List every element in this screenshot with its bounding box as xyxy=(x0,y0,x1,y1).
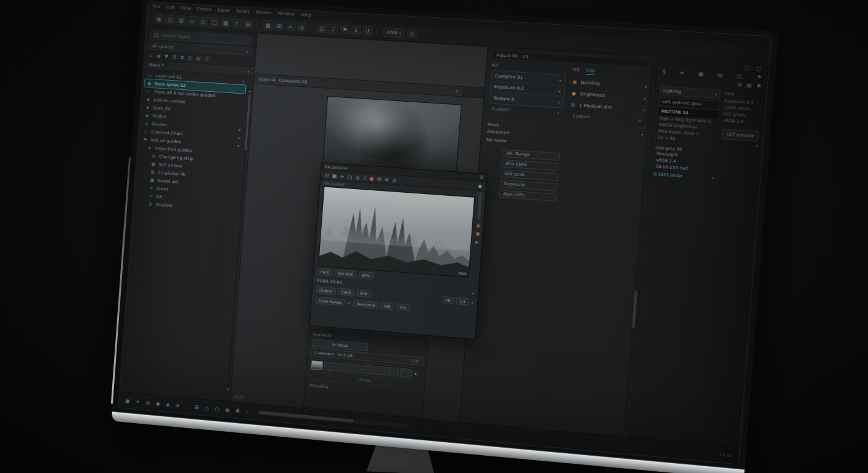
mode-tab[interactable]: MB xyxy=(572,67,579,74)
menu-item[interactable]: Edit xyxy=(166,5,174,10)
menu-item[interactable]: Render xyxy=(255,10,271,16)
home-icon[interactable]: ⌂ xyxy=(150,53,154,59)
grid-icon[interactable]: ⊞ xyxy=(274,21,284,31)
field-chip[interactable]: Alta piste xyxy=(501,160,559,171)
list-teal-icon[interactable]: ≣ xyxy=(179,55,184,60)
list2-icon[interactable]: ≣ xyxy=(737,82,742,88)
lock-icon[interactable]: ▪ xyxy=(475,240,480,245)
menu-icon[interactable]: ☰ xyxy=(204,56,209,62)
cube-icon[interactable]: ◇ xyxy=(205,405,210,411)
gear-icon[interactable]: ✱ xyxy=(235,407,240,414)
power-icon[interactable]: ◎ xyxy=(297,22,306,32)
swatch-alt-icon[interactable]: ▣ xyxy=(475,232,480,237)
resolution-chip[interactable]: 1:1 xyxy=(456,297,469,305)
undo-icon[interactable]: ↺ xyxy=(362,26,373,36)
search-input[interactable] xyxy=(161,33,248,42)
menu-item[interactable]: Layer xyxy=(218,7,230,13)
filmstrip-thumbnail[interactable] xyxy=(362,365,374,374)
scroll-up-icon[interactable]: ▲ xyxy=(248,89,252,92)
search-icon[interactable]: ○ xyxy=(744,65,750,71)
layers-icon[interactable]: ≡ xyxy=(340,173,345,179)
save-icon[interactable]: ⊞ xyxy=(243,19,253,29)
filmstrip-thumbnail[interactable] xyxy=(387,367,399,377)
field-chip[interactable]: Get scan xyxy=(501,169,559,181)
filmstrip-thumbnail[interactable] xyxy=(324,362,336,371)
pin-icon[interactable]: ◆ xyxy=(478,183,482,189)
menu-item[interactable]: Select xyxy=(235,9,249,14)
record-icon[interactable]: ● xyxy=(369,176,374,182)
export-icon[interactable]: ↑ xyxy=(232,18,242,28)
user-icon[interactable]: ◉ xyxy=(154,14,164,24)
table2-icon[interactable]: ▦ xyxy=(747,82,752,88)
table-icon[interactable]: ▦ xyxy=(263,20,273,30)
rows-icon[interactable]: ▤ xyxy=(196,55,201,61)
format-dropdown[interactable]: DNG ▾ xyxy=(383,27,405,37)
grid-icon[interactable]: ⊞ xyxy=(377,176,382,182)
chevron-down-icon[interactable]: ▾ xyxy=(471,300,473,304)
spark-icon[interactable]: ✦ xyxy=(136,398,141,405)
color-range-chip[interactable]: Color Range xyxy=(315,297,345,306)
zoom-out-icon[interactable]: ⊖ xyxy=(392,177,397,183)
field-chip[interactable]: Alt. Range xyxy=(502,149,560,161)
menu-item[interactable]: File xyxy=(153,4,160,9)
preview-scrollbar[interactable] xyxy=(477,194,482,219)
menu-item[interactable]: View xyxy=(181,6,191,11)
filmstrip-thumbnail[interactable] xyxy=(349,364,361,374)
chevron-down-icon[interactable]: ▾ xyxy=(721,141,758,148)
filmstrip-thumbnail[interactable] xyxy=(336,363,348,373)
wave-icon[interactable]: ♪ xyxy=(363,175,367,181)
folder-icon[interactable]: ▭ xyxy=(187,16,197,26)
stack-icon[interactable]: ≡ xyxy=(679,70,684,76)
drop-icon[interactable]: ◆ xyxy=(156,400,161,407)
lighting-header[interactable]: Lighting ▾ xyxy=(660,86,721,99)
menu-icon[interactable]: ☰ xyxy=(480,175,484,180)
output-chip[interactable]: 940 xyxy=(356,289,371,297)
history-icon[interactable]: ◴ xyxy=(407,28,418,38)
eye-icon[interactable]: ◉ xyxy=(157,53,162,59)
clipboard-icon[interactable]: ▤ xyxy=(176,15,186,25)
zoom-in-icon[interactable]: ⊕ xyxy=(385,176,390,182)
rows2-icon[interactable]: ▤ xyxy=(718,72,723,78)
section-icon[interactable]: § xyxy=(663,69,666,75)
menu-item[interactable]: Create xyxy=(197,6,211,12)
zoom-icon[interactable]: ○ xyxy=(756,65,761,72)
filmstrip-thumbnail[interactable] xyxy=(311,360,322,370)
scrollbar-thumb[interactable] xyxy=(259,411,354,422)
archive-icon[interactable]: ◰ xyxy=(199,17,208,26)
target-icon[interactable]: ◎ xyxy=(355,174,360,180)
crop-icon[interactable]: ◱ xyxy=(317,23,327,33)
render-chip[interactable]: Rendered xyxy=(353,300,379,309)
resolution-chip[interactable]: 4K xyxy=(442,296,454,304)
menu-item[interactable]: Window xyxy=(277,11,295,17)
render-chip[interactable]: A/B xyxy=(380,302,394,310)
gem-icon[interactable]: ◈ xyxy=(166,401,171,408)
record-dot-icon[interactable]: ● xyxy=(125,397,131,404)
back-icon[interactable]: ‹ xyxy=(245,408,248,414)
cursor-icon[interactable]: ➤ xyxy=(175,402,180,408)
blob-icon[interactable]: ● xyxy=(145,399,151,406)
package-icon[interactable]: □ xyxy=(210,17,219,27)
field-chip[interactable]: Exposure xyxy=(500,180,558,192)
lut-preview-button[interactable]: LUT preview xyxy=(722,129,760,142)
filmstrip-thumbnail[interactable] xyxy=(400,368,412,378)
expand-icon[interactable]: ◳ xyxy=(347,174,352,180)
mode-tab[interactable]: Clio xyxy=(586,68,596,75)
columns2-icon[interactable]: ◫ xyxy=(737,73,743,79)
link-icon[interactable]: ∞ xyxy=(285,22,295,31)
next-icon[interactable]: ▸ xyxy=(414,371,419,377)
flag-icon[interactable]: ⚑ xyxy=(340,25,350,34)
flag2-icon[interactable]: ⚑ xyxy=(756,75,762,81)
user-shelf-icon[interactable]: ◉ xyxy=(225,406,231,413)
lambda-icon[interactable]: λ xyxy=(351,25,361,35)
note-icon[interactable]: ♪ xyxy=(329,24,339,34)
filmstrip-thumbnail[interactable] xyxy=(374,366,387,376)
menu-item[interactable]: Help xyxy=(301,12,311,18)
viewport-tab[interactable]: Scene A · Composite 02 ✕ xyxy=(254,74,464,96)
chart-icon[interactable]: ▦ xyxy=(221,18,231,28)
grid-green-icon[interactable]: ⊞ xyxy=(172,54,176,60)
settings-icon[interactable]: ✱ xyxy=(756,83,761,89)
ring-icon[interactable]: ○ xyxy=(215,405,220,412)
pin-icon[interactable]: ▼ xyxy=(165,54,169,59)
swatch-icon[interactable]: ▣ xyxy=(476,223,481,228)
grid2-icon[interactable]: ▦ xyxy=(698,71,704,77)
